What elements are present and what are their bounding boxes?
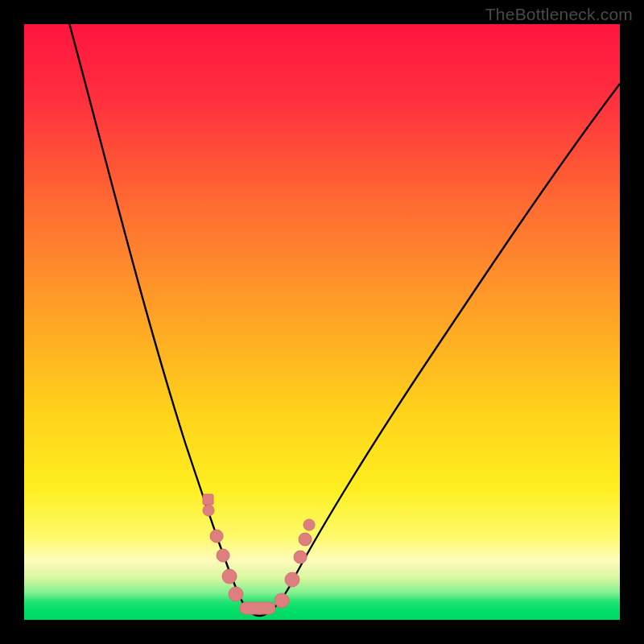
- svg-point-4: [217, 549, 229, 562]
- watermark-text: TheBottleneck.com: [485, 5, 633, 24]
- svg-point-5: [222, 569, 237, 584]
- svg-point-11: [299, 533, 312, 546]
- svg-point-9: [285, 572, 299, 587]
- plot-area: [24, 24, 620, 620]
- svg-point-6: [229, 587, 243, 601]
- svg-rect-1: [203, 494, 213, 505]
- svg-point-10: [294, 551, 307, 564]
- chart-frame: TheBottleneck.com: [0, 0, 644, 644]
- gradient-background: [24, 24, 620, 620]
- svg-point-8: [275, 593, 289, 608]
- chart-svg: [24, 24, 620, 620]
- svg-point-2: [203, 505, 214, 516]
- svg-point-12: [303, 519, 315, 530]
- svg-rect-7: [240, 602, 275, 614]
- svg-point-3: [210, 530, 223, 543]
